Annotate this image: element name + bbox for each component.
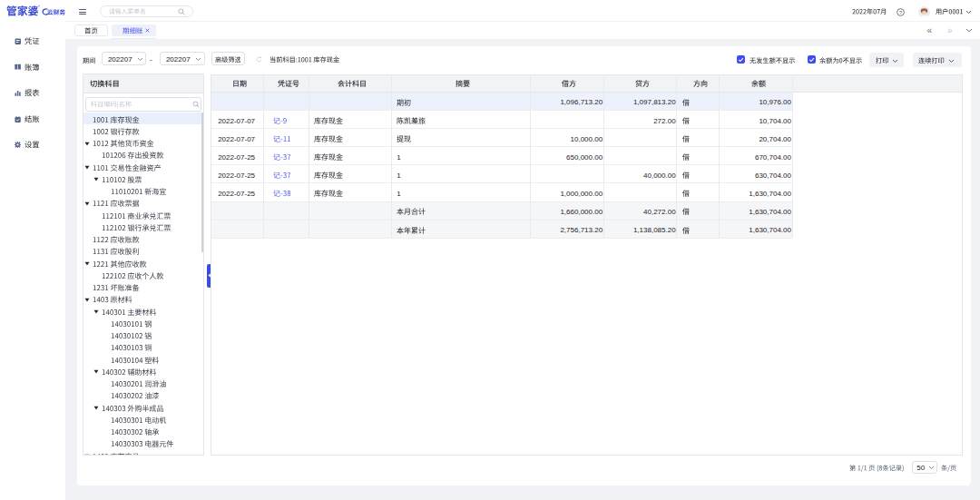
- svg-text:?: ?: [899, 9, 902, 15]
